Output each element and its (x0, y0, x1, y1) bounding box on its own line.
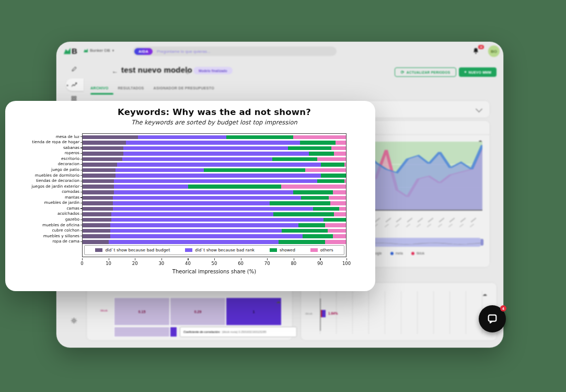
sidebar-item-results-active[interactable]: ▸ (66, 78, 84, 91)
tab-archivo[interactable]: ARCHIVO (90, 86, 108, 90)
bar-segment[interactable] (298, 223, 325, 227)
bar-segment[interactable] (123, 146, 288, 151)
bar-segment[interactable] (83, 168, 115, 172)
bar-segment[interactable] (329, 196, 346, 200)
bar-segment[interactable] (83, 157, 122, 162)
bar-segment[interactable] (288, 146, 331, 151)
legend-item-meta[interactable]: meta (390, 251, 403, 255)
bar-segment[interactable] (313, 207, 339, 211)
bar-segment[interactable] (293, 190, 333, 194)
bar-segment[interactable] (117, 163, 321, 167)
brush-handle[interactable] (481, 239, 483, 246)
bar-segment[interactable] (138, 135, 226, 140)
bar-segment[interactable] (83, 190, 114, 194)
bar-segment[interactable] (83, 240, 109, 244)
bar-segment[interactable] (109, 240, 279, 244)
bar-segment[interactable] (115, 168, 204, 172)
workspace-switcher[interactable]: Bunker DB ▾ (84, 48, 114, 53)
bar-segment[interactable] (333, 190, 346, 194)
bar-segment[interactable] (204, 168, 305, 172)
bar-segment[interactable] (325, 240, 346, 244)
bar-segment[interactable] (330, 201, 346, 205)
bar-segment[interactable] (331, 146, 346, 151)
bar-segment[interactable] (293, 135, 346, 140)
heatmap-cell[interactable]: 0.15 (114, 297, 170, 326)
bar-segment[interactable] (334, 152, 346, 156)
bar-segment[interactable] (303, 234, 333, 238)
bar-segment[interactable] (333, 234, 346, 238)
bar-segment[interactable] (279, 240, 325, 244)
bar-segment[interactable] (113, 196, 301, 200)
heatmap-cell[interactable] (114, 327, 170, 337)
bar-segment[interactable] (114, 190, 293, 194)
new-mmm-button[interactable]: ✦ NUEVO MMM (459, 67, 496, 77)
settings-button[interactable] (71, 317, 77, 326)
tab-asignador-de-presupuesto[interactable]: ASIGNADOR DE PRESUPUESTO (154, 86, 214, 90)
bar-segment[interactable] (334, 212, 346, 216)
bar-segment[interactable] (281, 185, 345, 189)
legend-item-tiktok[interactable]: tiktok (411, 251, 424, 255)
bar-segment[interactable] (83, 212, 111, 216)
bar-segment[interactable] (317, 179, 345, 183)
bar-segment[interactable] (83, 229, 110, 233)
tab-resultados[interactable]: RESULTADOS (118, 86, 144, 90)
download-icon[interactable]: ☁↓ (276, 299, 281, 304)
bar-segment[interactable] (83, 196, 113, 200)
brand-logo[interactable]: B (64, 47, 77, 55)
bar-segment[interactable] (122, 157, 272, 162)
bar-segment[interactable] (336, 141, 346, 145)
bar-segment[interactable] (113, 201, 270, 205)
bar-segment[interactable] (110, 223, 298, 227)
bar-segment[interactable] (114, 179, 317, 183)
heatmap-cell[interactable]: 0.29 (170, 297, 226, 326)
download-icon[interactable]: ☁↓ (482, 292, 487, 297)
bar-segment[interactable] (83, 135, 138, 140)
bar-segment[interactable] (114, 185, 188, 189)
bar-segment[interactable] (273, 212, 334, 216)
bar-segment[interactable] (317, 157, 346, 162)
bar-segment[interactable] (111, 212, 273, 216)
bar-segment[interactable] (83, 146, 123, 151)
bar-segment[interactable] (83, 174, 115, 178)
bar-segment[interactable] (83, 141, 126, 145)
avatar[interactable]: BO (488, 45, 500, 57)
bar-segment[interactable] (110, 234, 303, 238)
bar-segment[interactable] (321, 310, 326, 317)
model-settings-button[interactable] (185, 67, 190, 77)
bar-segment[interactable] (110, 229, 282, 233)
bar-segment[interactable] (344, 179, 346, 183)
bar-segment[interactable] (83, 218, 111, 222)
bar-segment[interactable] (270, 201, 330, 205)
bar-segment[interactable] (339, 207, 346, 211)
bar-segment[interactable] (83, 201, 113, 205)
bar-segment[interactable] (305, 168, 346, 172)
bar-segment[interactable] (301, 196, 329, 200)
bar-segment[interactable] (111, 218, 324, 222)
bar-segment[interactable] (123, 152, 309, 156)
bar-segment[interactable] (126, 141, 300, 145)
notifications-button[interactable]: 10 (472, 47, 481, 55)
bar-segment[interactable] (83, 185, 114, 189)
heatmap-cell[interactable] (170, 327, 177, 337)
heatmap-cell[interactable]: 1 (226, 297, 282, 326)
back-button[interactable]: ← (112, 67, 118, 75)
assistant-search-input[interactable]: AIDA Pregúntame lo que quieras... (133, 47, 337, 56)
bar-segment[interactable] (83, 152, 123, 156)
update-periods-button[interactable]: ⟳ ACTUALIZAR PERIODOS (395, 67, 456, 77)
bar-segment[interactable] (83, 223, 110, 227)
bar-segment[interactable] (328, 229, 346, 233)
bar-segment[interactable] (115, 174, 321, 178)
bar-segment[interactable] (321, 174, 346, 178)
bar-segment[interactable] (300, 141, 336, 145)
bar-segment[interactable] (83, 179, 114, 183)
bar-segment[interactable] (83, 234, 110, 238)
bar-segment[interactable] (325, 223, 346, 227)
bar-segment[interactable] (282, 229, 328, 233)
bar-segment[interactable] (324, 218, 346, 222)
sidebar-item-edit[interactable] (71, 65, 77, 74)
bar-segment[interactable] (83, 163, 117, 167)
bar-segment[interactable] (272, 157, 317, 162)
bar-segment[interactable] (188, 185, 282, 189)
bar-segment[interactable] (344, 163, 346, 167)
bar-segment[interactable] (309, 152, 334, 156)
